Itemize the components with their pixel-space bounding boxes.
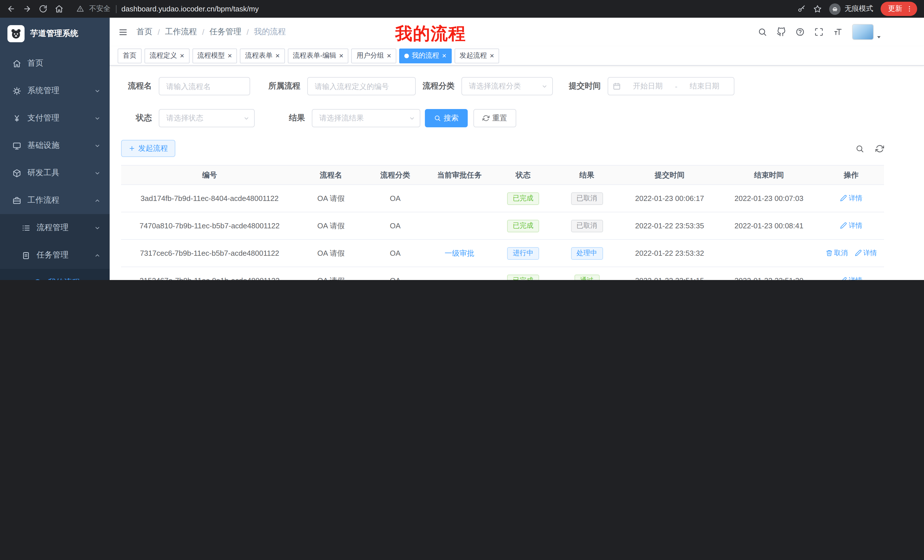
close-icon[interactable]: × (387, 52, 391, 59)
tab-4[interactable]: 流程表单-编辑 × (288, 48, 349, 63)
cell-result: 已取消 (554, 212, 620, 240)
sidebar-item-label: 首页 (27, 58, 44, 69)
current-task-link[interactable]: 一级审批 (445, 249, 474, 257)
cube-icon (13, 169, 21, 177)
fullscreen-icon[interactable] (814, 27, 824, 36)
result-select[interactable]: 请选择流结果 (312, 109, 420, 127)
chevron-down-icon (94, 88, 100, 94)
sidebar-item-system-management[interactable]: 系统管理 (0, 77, 110, 105)
breadcrumb-separator: / (202, 27, 204, 36)
tab-label: 流程表单-编辑 (293, 51, 336, 60)
sidebar-item-devtools[interactable]: 研发工具 (0, 159, 110, 187)
detail-action-link[interactable]: 详情 (840, 193, 862, 203)
breadcrumb-item[interactable]: 任务管理 (210, 27, 242, 37)
search-icon (434, 115, 441, 121)
workflow-submenu: 流程管理 任务管理 我的流程 待办任务 已办任务 (0, 214, 110, 280)
task-submenu: 我的流程 待办任务 已办任务 (0, 269, 110, 280)
process-name-input[interactable] (159, 77, 250, 95)
column-header: 操作 (818, 165, 884, 185)
user-avatar[interactable] (852, 24, 882, 40)
search-button-label: 搜索 (444, 113, 459, 123)
browser-back-icon[interactable] (7, 4, 15, 13)
column-header: 结束时间 (720, 165, 818, 185)
calendar-icon (613, 82, 621, 90)
cell-process-name: OA 请假 (298, 212, 364, 240)
bookmark-star-icon[interactable] (813, 4, 822, 13)
action-label: 详情 (849, 276, 862, 280)
hamburger-icon[interactable] (110, 27, 136, 37)
search-button[interactable]: 搜索 (425, 109, 468, 127)
sidebar-item-home[interactable]: 首页 (0, 49, 110, 77)
refresh-table-icon[interactable] (876, 144, 884, 153)
sidebar-item-payment-management[interactable]: 支付管理 (0, 105, 110, 132)
category-placeholder: 请选择流程分类 (469, 81, 521, 91)
detail-action-link[interactable]: 详情 (840, 221, 862, 231)
logo-row[interactable]: 芋道管理系统 (0, 18, 110, 49)
sidebar-item-workflow[interactable]: 工作流程 (0, 187, 110, 214)
cell-actions: 详情 (818, 267, 884, 280)
end-date-placeholder: 结束日期 (680, 81, 729, 91)
close-icon[interactable]: × (490, 52, 494, 59)
filter-category-label: 流程分类 (420, 81, 454, 91)
breadcrumb-item[interactable]: 工作流程 (165, 27, 197, 37)
close-icon[interactable]: × (275, 52, 279, 59)
tab-7[interactable]: 发起流程 × (454, 48, 499, 63)
status-tag: 已完成 (507, 192, 539, 205)
tab-3[interactable]: 流程表单 × (240, 48, 285, 63)
key-icon[interactable] (797, 4, 806, 13)
chat-icon (33, 278, 42, 280)
sidebar-item-task-management[interactable]: 任务管理 (0, 241, 110, 269)
close-icon[interactable]: × (180, 52, 184, 59)
detail-action-link[interactable]: 详情 (855, 248, 877, 258)
browser-reload-icon[interactable] (39, 4, 47, 13)
filter-process-label: 所属流程 (266, 81, 300, 91)
tab-label: 流程模型 (197, 51, 225, 60)
tab-6[interactable]: 我的流程 × (399, 48, 452, 63)
tab-5[interactable]: 用户分组 × (351, 48, 396, 63)
process-id-input[interactable] (307, 77, 416, 95)
content-area: 首页/工作流程/任务管理/我的流程 我的流程 首页 (110, 18, 924, 280)
column-header: 提交时间 (620, 165, 720, 185)
update-button[interactable]: 更新 (880, 2, 917, 16)
font-size-icon[interactable] (833, 27, 842, 36)
incognito-icon (829, 3, 841, 15)
refresh-icon (483, 115, 489, 121)
range-separator: - (675, 82, 678, 90)
sidebar-item-label: 系统管理 (27, 85, 59, 96)
cancel-action-link[interactable]: 取消 (825, 248, 848, 258)
close-icon[interactable]: × (442, 52, 446, 59)
detail-action-link[interactable]: 详情 (840, 276, 862, 280)
browser-home-icon[interactable] (55, 4, 63, 13)
status-select[interactable]: 请选择状态 (159, 109, 255, 127)
url-text[interactable]: dashboard.yudao.iocoder.cn/bpm/task/my (122, 4, 259, 13)
monitor-icon (13, 141, 21, 150)
create-process-button[interactable]: 发起流程 (121, 140, 176, 157)
tab-1[interactable]: 流程定义 × (144, 48, 189, 63)
security-label[interactable]: 不安全 (89, 4, 111, 14)
close-icon[interactable]: × (339, 52, 344, 59)
sidebar-item-process-management[interactable]: 流程管理 (0, 214, 110, 241)
browser-menu-icon[interactable] (906, 5, 913, 13)
help-icon[interactable] (795, 27, 805, 36)
tab-2[interactable]: 流程模型 × (192, 48, 237, 63)
cell-status: 进行中 (492, 240, 554, 267)
cell-process-name: OA 请假 (298, 240, 364, 267)
github-icon[interactable] (777, 27, 786, 36)
cell-end-time: 2022-01-22 23:51:20 (720, 267, 818, 280)
reset-button[interactable]: 重置 (473, 109, 516, 127)
close-icon[interactable]: × (228, 52, 232, 59)
search-icon[interactable] (758, 27, 767, 36)
submit-time-range[interactable]: 开始日期 - 结束日期 (608, 77, 734, 95)
breadcrumb-item[interactable]: 首页 (136, 27, 153, 37)
browser-forward-icon[interactable] (23, 4, 32, 13)
address-bar[interactable]: 不安全 dashboard.yudao.iocoder.cn/bpm/task/… (71, 4, 790, 14)
sidebar-item-my-process[interactable]: 我的流程 (0, 269, 110, 280)
category-select[interactable]: 请选择流程分类 (461, 77, 553, 95)
cell-submit-time: 2022-01-22 23:53:32 (620, 240, 720, 267)
sidebar-item-infrastructure[interactable]: 基础设施 (0, 132, 110, 159)
sidebar-item-label: 我的流程 (48, 277, 80, 280)
toggle-search-icon[interactable] (855, 144, 864, 153)
column-header: 编号 (121, 165, 298, 185)
action-label: 详情 (863, 248, 877, 258)
tab-0[interactable]: 首页 (118, 48, 142, 63)
